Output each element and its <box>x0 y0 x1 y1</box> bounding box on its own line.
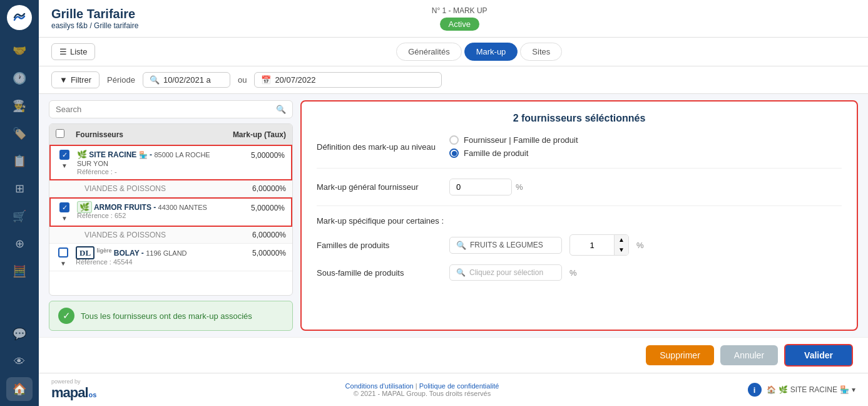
tag-icon: 🏷️ <box>13 127 26 140</box>
radio-item-2[interactable]: Famille de produit <box>449 148 578 158</box>
chat-icon: 💬 <box>13 327 26 341</box>
sidebar-item-clock[interactable]: 🕐 <box>6 66 33 90</box>
list-icon: 📋 <box>13 154 26 168</box>
tab-generalites[interactable]: Généralités <box>396 43 461 61</box>
tabs-nav: Généralités Mark-up Sites <box>396 43 562 61</box>
date-end-value: 20/07/2022 <box>275 75 315 85</box>
list-icon: ☰ <box>59 47 67 56</box>
mapal-text: mapal <box>51 385 88 401</box>
dash-2: - <box>153 203 158 212</box>
sidebar-item-layers[interactable]: ⊕ <box>6 232 33 256</box>
col-markup-header: Mark-up (Taux) <box>217 130 286 139</box>
markup-general-label: Mark-up général fournisseur <box>317 182 442 192</box>
os-text: os <box>89 391 97 398</box>
sub-label-2: VIANDES & POISSONS <box>84 231 217 239</box>
markup-value-3: 5,00000% <box>217 247 286 258</box>
row-checkbox-2[interactable]: ✓ <box>59 202 69 212</box>
row-checkbox-1[interactable]: ✓ <box>59 150 69 160</box>
main-content: Grille Tarifaire easilys f&b / Grille ta… <box>39 0 868 406</box>
spinner-down[interactable]: ▼ <box>615 245 628 255</box>
markup-general-input[interactable] <box>449 179 512 195</box>
radio-circle-2[interactable] <box>449 148 459 158</box>
filter-button[interactable]: ▼ Filtrer <box>51 71 100 88</box>
politique-link[interactable]: Politique de confidentialité <box>419 382 499 390</box>
sidebar-item-grid[interactable]: ⊞ <box>6 177 33 200</box>
mapal-logo-icon: powered by mapal os <box>51 378 96 401</box>
site-racine-selector[interactable]: 🏠 🌿 SITE RACINE 🏪 ▾ <box>767 385 855 394</box>
familles-select[interactable]: 🔍 FRUITS & LEGUMES <box>449 237 562 254</box>
sidebar-item-eye[interactable]: 👁 <box>6 350 33 373</box>
sidebar-item-tag[interactable]: 🏷️ <box>6 122 33 145</box>
sub-value-1: 6,00000% <box>217 184 286 193</box>
search-icon: 🔍 <box>150 75 160 85</box>
sidebar-logo[interactable] <box>7 5 32 30</box>
sidebar-item-handshake[interactable]: 🤝 <box>6 39 33 63</box>
table-row[interactable]: ▼ DL ligère BOLAY - 1196 GLAND Référence… <box>49 244 292 271</box>
liste-button[interactable]: ☰ Liste <box>51 43 95 60</box>
powered-text: powered by <box>51 378 81 385</box>
valider-button[interactable]: Valider <box>784 344 853 367</box>
fournisseur-name-1: 🌿 SITE RACINE 🏪 - 85000 LA ROCHE SUR YON <box>77 150 211 168</box>
row-check-col-3: ▼ <box>56 247 71 267</box>
markup-general-unit: % <box>516 182 523 192</box>
radio-item-1[interactable]: Fournisseur | Famille de produit <box>449 135 578 145</box>
handshake-icon: 🤝 <box>13 44 26 58</box>
markup-general-input-group: % <box>449 179 523 195</box>
radio-circle-1[interactable] <box>449 135 459 145</box>
search-bar[interactable]: 🔍 <box>49 100 293 118</box>
fournisseur-ref-1: Référence : - <box>77 168 211 175</box>
success-icon: ✓ <box>58 308 74 324</box>
row-checkbox-3[interactable] <box>58 247 68 258</box>
sidebar-item-cart[interactable]: 🛒 <box>6 204 33 228</box>
page-header: Grille Tarifaire easilys f&b / Grille ta… <box>39 0 868 38</box>
conditions-link[interactable]: Conditions d'utilisation <box>345 382 414 390</box>
radio-group: Fournisseur | Famille de produit Famille… <box>449 135 578 158</box>
supprimer-button[interactable]: Supprimer <box>646 345 714 365</box>
familles-markup-spinner[interactable]: ▲ ▼ <box>569 234 629 256</box>
search-input[interactable] <box>56 105 272 114</box>
tab-sites[interactable]: Sites <box>520 43 562 61</box>
footer-right: i 🏠 🌿 SITE RACINE 🏪 ▾ <box>748 383 855 397</box>
info-button[interactable]: i <box>748 383 762 397</box>
home-icon: 🏠 <box>767 385 776 394</box>
familles-value: FRUITS & LEGUMES <box>470 241 543 249</box>
breadcrumb-part2: Grille tarifaire <box>94 21 138 30</box>
markup-value-2: 5,00000% <box>216 202 285 212</box>
header-center: N° 1 - MARK UP Active <box>432 6 488 31</box>
breadcrumb-sep: / <box>89 21 91 30</box>
success-text: Tous les fournisseurs ont des mark-up as… <box>81 311 252 321</box>
tab-markup[interactable]: Mark-up <box>464 43 518 61</box>
search-icon: 🔍 <box>276 105 286 114</box>
row-dropdown-3[interactable]: ▼ <box>60 260 66 267</box>
select-all-checkbox[interactable] <box>56 129 64 138</box>
familles-markup-input[interactable] <box>570 237 614 253</box>
fournisseur-info-3: DL ligère BOLAY - 1196 GLAND Référence :… <box>76 247 212 266</box>
markup-specific-row: Mark-up spécifique pour certaines : <box>317 216 842 226</box>
right-panel: 2 fournisseurs séléctionnés Définition d… <box>300 100 858 331</box>
toolbar: ☰ Liste Généralités Mark-up Sites <box>39 38 868 66</box>
row-dropdown-1[interactable]: ▼ <box>61 162 68 169</box>
sidebar-item-calc[interactable]: 🧮 <box>6 259 33 283</box>
sous-famille-select[interactable]: 🔍 Cliquez pour sélection <box>449 264 562 281</box>
breadcrumb: easilys f&b / Grille tarifaire <box>51 21 138 30</box>
grid-icon: ⊞ <box>15 182 24 195</box>
annuler-button[interactable]: Annuler <box>720 345 778 365</box>
spinner-up[interactable]: ▲ <box>615 235 628 245</box>
date-end-input[interactable]: 📅 20/07/2022 <box>254 72 442 88</box>
sidebar-item-home[interactable]: 🏠 <box>6 377 33 401</box>
row-dropdown-2[interactable]: ▼ <box>61 215 68 222</box>
search-icon-sous: 🔍 <box>456 268 466 277</box>
table-row[interactable]: ✓ ▼ 🌿 SITE RACINE 🏪 - 85000 LA ROCHE SUR… <box>49 145 292 180</box>
building-icon: 🏪 <box>840 385 849 394</box>
sous-famille-placeholder: Cliquez pour sélection <box>469 268 543 277</box>
sidebar-item-list[interactable]: 📋 <box>6 149 33 173</box>
chef-icon: 👨‍🍳 <box>13 99 26 113</box>
filter-label: Filtrer <box>71 75 91 85</box>
fournisseur-name-2: 🌿 ARMOR FRUITS - 44300 NANTES <box>77 202 211 212</box>
copyright-text: © 2021 - MAPAL Group. Tous droits réserv… <box>345 390 499 397</box>
sidebar-item-chat[interactable]: 💬 <box>6 322 33 346</box>
sidebar-item-chef[interactable]: 👨‍🍳 <box>6 94 33 118</box>
table-row[interactable]: ✓ ▼ 🌿 ARMOR FRUITS - 44300 NANTES Référe… <box>49 197 292 227</box>
date-start-input[interactable]: 🔍 10/02/2021 a <box>143 72 230 88</box>
footer-center: Conditions d'utilisation | Politique de … <box>345 382 499 397</box>
